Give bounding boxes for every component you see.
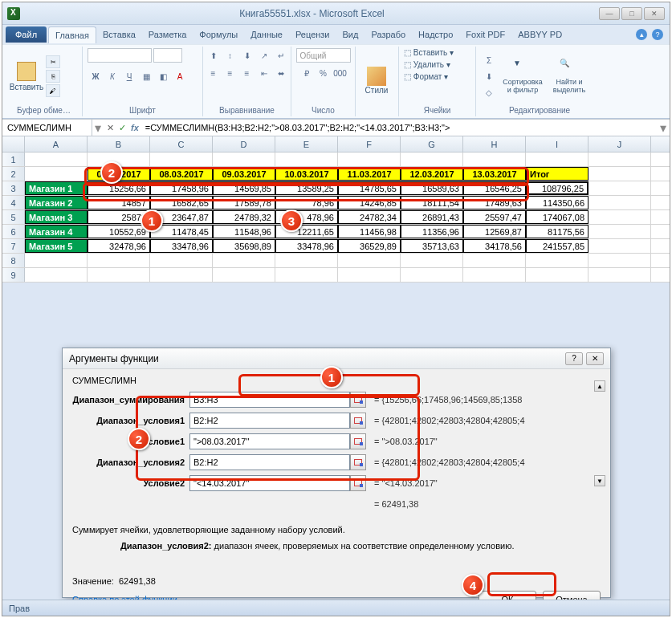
- cell[interactable]: 14246,85: [338, 196, 401, 209]
- cell[interactable]: [463, 254, 526, 267]
- cell[interactable]: [88, 254, 150, 267]
- cell[interactable]: 14857: [88, 196, 150, 209]
- format-painter-button[interactable]: 🖌: [46, 84, 60, 97]
- cell[interactable]: 26891,43: [401, 210, 463, 224]
- cell[interactable]: [275, 152, 338, 166]
- cell[interactable]: [213, 254, 275, 267]
- tab-data[interactable]: Данные: [244, 26, 289, 43]
- cell[interactable]: 114350,66: [526, 196, 589, 209]
- cell[interactable]: [25, 254, 88, 267]
- cell[interactable]: 12.03.2017: [401, 167, 463, 181]
- cell[interactable]: 11356,96: [401, 225, 463, 238]
- cell[interactable]: 24782,34: [338, 210, 401, 224]
- row-header[interactable]: 7: [2, 239, 25, 253]
- arg-input[interactable]: B2:H2: [189, 454, 350, 470]
- arg-input[interactable]: B2:H2: [189, 413, 350, 429]
- cell[interactable]: Магазин 4: [25, 225, 88, 238]
- fx-button[interactable]: fx: [131, 123, 139, 133]
- cell[interactable]: Магазин 2: [25, 196, 88, 209]
- bold-button[interactable]: Ж: [88, 69, 104, 83]
- tab-abbyy[interactable]: ABBYY PD: [511, 26, 568, 43]
- styles-button[interactable]: Стили: [360, 59, 393, 104]
- align-right-button[interactable]: ≡: [239, 66, 255, 80]
- percent-button[interactable]: %: [316, 66, 332, 80]
- cell[interactable]: [589, 268, 651, 282]
- range-picker-button[interactable]: [350, 433, 366, 449]
- tab-insert[interactable]: Вставка: [96, 26, 142, 43]
- cell[interactable]: [401, 268, 463, 282]
- find-select-button[interactable]: 🔍 Найти и выделить: [548, 54, 590, 99]
- cell[interactable]: 10.03.2017: [275, 167, 338, 181]
- cell[interactable]: 08.03.2017: [150, 167, 213, 181]
- col-header-a[interactable]: A: [25, 136, 88, 152]
- maximize-button[interactable]: □: [621, 7, 642, 20]
- font-family-combo[interactable]: [88, 48, 152, 63]
- cell[interactable]: 11456,98: [338, 225, 401, 238]
- cell[interactable]: [25, 152, 88, 166]
- align-center-button[interactable]: ≡: [222, 66, 238, 80]
- cell[interactable]: [526, 152, 589, 166]
- cell[interactable]: 13589,25: [275, 181, 338, 195]
- col-header-b[interactable]: B: [88, 136, 150, 152]
- indent-dec-button[interactable]: ⇤: [256, 66, 272, 80]
- cell[interactable]: 16589,63: [401, 181, 463, 195]
- cell[interactable]: 35698,89: [213, 239, 275, 253]
- cell[interactable]: Итог: [526, 167, 589, 181]
- close-button[interactable]: ✕: [644, 7, 665, 20]
- name-box-dropdown[interactable]: ▾: [92, 120, 104, 136]
- cell[interactable]: 11548,96: [213, 225, 275, 238]
- cell[interactable]: [526, 268, 589, 282]
- comma-button[interactable]: 000: [332, 66, 348, 80]
- formula-input[interactable]: =СУММЕСЛИМН(B3:H3;B2:H2;">08.03.2017";B2…: [142, 123, 657, 132]
- active-cell[interactable]: 108796,25: [526, 181, 589, 195]
- tab-home[interactable]: Главная: [48, 26, 96, 43]
- wrap-text-button[interactable]: ↵: [273, 48, 289, 63]
- col-header-g[interactable]: G: [401, 136, 463, 152]
- row-header[interactable]: 2: [2, 167, 25, 181]
- cell[interactable]: 13.03.2017: [463, 167, 526, 181]
- cell[interactable]: [150, 152, 213, 166]
- cell[interactable]: 241557,85: [526, 239, 589, 253]
- cell[interactable]: [213, 152, 275, 166]
- merge-button[interactable]: ⬌: [273, 66, 289, 80]
- tab-view[interactable]: Вид: [336, 26, 365, 43]
- arg-input[interactable]: ">08.03.2017": [189, 433, 350, 449]
- cell[interactable]: 17589,78: [213, 196, 275, 209]
- sort-filter-button[interactable]: ▼ Сортировка и фильтр: [500, 54, 545, 99]
- align-middle-button[interactable]: ↕: [222, 48, 238, 63]
- col-header-d[interactable]: D: [213, 136, 275, 152]
- cells-delete-button[interactable]: ⬚ Удалить ▾: [404, 60, 450, 69]
- cell[interactable]: [463, 268, 526, 282]
- orientation-button[interactable]: ↗: [256, 48, 272, 63]
- cell[interactable]: 15256,66: [88, 181, 150, 195]
- tab-addins[interactable]: Надстро: [412, 26, 459, 43]
- formula-expand-button[interactable]: ▾: [657, 120, 670, 136]
- help-icon[interactable]: ?: [652, 29, 663, 40]
- fill-button[interactable]: ⬇: [481, 69, 497, 83]
- row-header[interactable]: 5: [2, 210, 25, 224]
- font-size-combo[interactable]: [153, 48, 182, 63]
- cell[interactable]: 25597,47: [463, 210, 526, 224]
- cell[interactable]: Магазин 1: [25, 181, 88, 195]
- args-scroll-up[interactable]: ▲: [594, 380, 605, 392]
- cells-format-button[interactable]: ⬚ Формат ▾: [404, 72, 448, 81]
- cut-button[interactable]: ✂: [46, 55, 60, 68]
- col-header-i[interactable]: I: [526, 136, 589, 152]
- arg-input[interactable]: "<14.03.2017": [189, 475, 350, 491]
- cell[interactable]: 81175,56: [526, 225, 589, 238]
- minimize-button[interactable]: —: [599, 7, 620, 20]
- align-bottom-button[interactable]: ⬇: [239, 48, 255, 63]
- cell[interactable]: 17458,96: [150, 181, 213, 195]
- cell[interactable]: 16546,25: [463, 181, 526, 195]
- cell[interactable]: [338, 268, 401, 282]
- align-top-button[interactable]: ⬆: [206, 48, 222, 63]
- cell[interactable]: 36529,89: [338, 239, 401, 253]
- row-header[interactable]: 9: [2, 268, 25, 282]
- cell[interactable]: 17489,63: [463, 196, 526, 209]
- cells-insert-button[interactable]: ⬚ Вставить ▾: [404, 48, 454, 57]
- cell[interactable]: [401, 254, 463, 267]
- cell[interactable]: 18111,54: [401, 196, 463, 209]
- name-box[interactable]: СУММЕСЛИМН: [2, 120, 92, 136]
- tab-formulas[interactable]: Формулы: [193, 26, 244, 43]
- range-picker-button[interactable]: [350, 392, 366, 408]
